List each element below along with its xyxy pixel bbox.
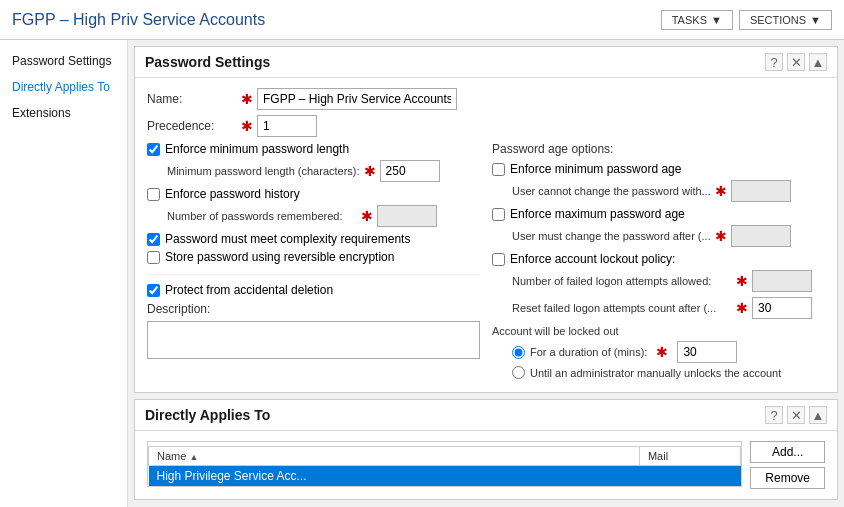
sidebar-item-extensions[interactable]: Extensions [0,100,127,126]
min-length-label: Minimum password length (characters): [167,165,360,177]
precedence-input[interactable] [257,115,317,137]
enforce-lockout-label: Enforce account lockout policy: [510,252,675,266]
failed-logon-label: Number of failed logon attempts allowed: [512,275,732,287]
enforce-history-checkbox[interactable] [147,188,160,201]
col-mail-header: Mail [639,447,740,466]
sidebar-item-password-settings[interactable]: Password Settings [0,48,127,74]
reset-input[interactable] [752,297,812,319]
main-layout: Password Settings Directly Applies To Ex… [0,40,844,507]
add-button[interactable]: Add... [750,441,825,463]
collapse-icon[interactable]: ▲ [809,53,827,71]
failed-logon-row: Number of failed logon attempts allowed:… [492,270,825,292]
history-count-label: Number of passwords remembered: [167,210,357,222]
duration-radio[interactable] [512,346,525,359]
sidebar-item-directly-applies-to-label: Directly Applies To [12,80,110,94]
left-column: Enforce minimum password length Minimum … [147,142,480,382]
name-required: ✱ [241,91,253,107]
title-bar-buttons: TASKS ▼ SECTIONS ▼ [661,10,832,30]
password-settings-panel: Password Settings ? ✕ ▲ Name: ✱ Preceden… [134,46,838,393]
reversible-checkbox[interactable] [147,251,160,264]
col-mail-label: Mail [648,450,668,462]
precedence-row: Precedence: ✱ [147,115,825,137]
enforce-max-age-row: Enforce maximum password age [492,207,825,221]
enforce-history-row: Enforce password history [147,187,480,201]
history-count-row: Number of passwords remembered: ✱ [147,205,480,227]
dat-header: Directly Applies To ? ✕ ▲ [135,400,837,431]
dat-table-container: Name ▲ Mail [147,441,742,487]
close-icon[interactable]: ✕ [787,53,805,71]
min-length-input[interactable] [380,160,440,182]
dat-close-icon[interactable]: ✕ [787,406,805,424]
password-settings-header: Password Settings ? ✕ ▲ [135,47,837,78]
content-area: Password Settings ? ✕ ▲ Name: ✱ Preceden… [128,40,844,507]
row-name-cell: High Privilege Service Acc... [149,466,640,487]
dat-body-container: Name ▲ Mail [135,431,837,499]
table-row[interactable]: High Privilege Service Acc... [149,466,741,487]
sidebar-item-password-settings-label: Password Settings [12,54,111,68]
min-age-input[interactable] [731,180,791,202]
reversible-row: Store password using reversible encrypti… [147,250,480,264]
failed-logon-required: ✱ [736,273,748,289]
right-column: Password age options: Enforce minimum pa… [492,142,825,382]
duration-row: For a duration of (mins): ✱ [492,341,825,363]
sections-button[interactable]: SECTIONS ▼ [739,10,832,30]
dat-table-wrap: Name ▲ Mail [147,441,742,489]
enforce-lockout-checkbox[interactable] [492,253,505,266]
dat-body: Name ▲ Mail [147,441,825,489]
reset-label: Reset failed logon attempts count after … [512,302,732,314]
enforce-max-age-checkbox[interactable] [492,208,505,221]
protect-divider: Protect from accidental deletion [147,274,480,297]
complexity-label: Password must meet complexity requiremen… [165,232,410,246]
max-age-input[interactable] [731,225,791,247]
sections-dropdown-icon: ▼ [810,14,821,26]
max-age-sub-row: User must change the password after (...… [492,225,825,247]
precedence-label: Precedence: [147,119,237,133]
complexity-checkbox[interactable] [147,233,160,246]
enforce-min-length-checkbox[interactable] [147,143,160,156]
admin-unlock-row: Until an administrator manually unlocks … [492,366,825,379]
protect-checkbox[interactable] [147,284,160,297]
max-age-sub-label: User must change the password after (... [512,230,711,242]
history-count-input[interactable] [377,205,437,227]
password-age-label: Password age options: [492,142,825,156]
min-length-required: ✱ [364,163,376,179]
reset-required: ✱ [736,300,748,316]
description-textarea[interactable] [147,321,480,359]
failed-logon-input[interactable] [752,270,812,292]
reset-row: Reset failed logon attempts count after … [492,297,825,319]
dat-help-icon[interactable]: ? [765,406,783,424]
remove-button[interactable]: Remove [750,467,825,489]
enforce-min-age-checkbox[interactable] [492,163,505,176]
enforce-min-age-row: Enforce minimum password age [492,162,825,176]
account-locked-text: Account will be locked out [492,325,619,337]
admin-unlock-label: Until an administrator manually unlocks … [530,367,781,379]
directly-applies-to-panel: Directly Applies To ? ✕ ▲ [134,399,838,500]
enforce-max-age-label: Enforce maximum password age [510,207,685,221]
dat-table: Name ▲ Mail [148,446,741,486]
dat-title: Directly Applies To [145,407,270,423]
protect-label: Protect from accidental deletion [165,283,333,297]
sidebar-item-directly-applies-to[interactable]: Directly Applies To [0,74,127,100]
sections-label: SECTIONS [750,14,806,26]
name-label: Name: [147,92,237,106]
dat-collapse-icon[interactable]: ▲ [809,406,827,424]
page-title: FGPP – High Priv Service Accounts [12,11,265,29]
max-age-required: ✱ [715,228,727,244]
help-icon[interactable]: ? [765,53,783,71]
two-col-layout: Enforce minimum password length Minimum … [147,142,825,382]
dat-table-header-row: Name ▲ Mail [149,447,741,466]
min-length-row: Minimum password length (characters): ✱ [147,160,480,182]
description-label: Description: [147,302,237,316]
duration-required: ✱ [656,344,668,360]
tasks-button[interactable]: TASKS ▼ [661,10,733,30]
col-name-label: Name [157,450,186,462]
enforce-min-length-row: Enforce minimum password length [147,142,480,156]
enforce-min-age-label: Enforce minimum password age [510,162,681,176]
name-input[interactable] [257,88,457,110]
row-mail-cell [639,466,740,487]
sort-arrow-icon: ▲ [189,452,198,462]
admin-unlock-radio[interactable] [512,366,525,379]
duration-input[interactable] [677,341,737,363]
duration-label: For a duration of (mins): [530,346,647,358]
tasks-dropdown-icon: ▼ [711,14,722,26]
